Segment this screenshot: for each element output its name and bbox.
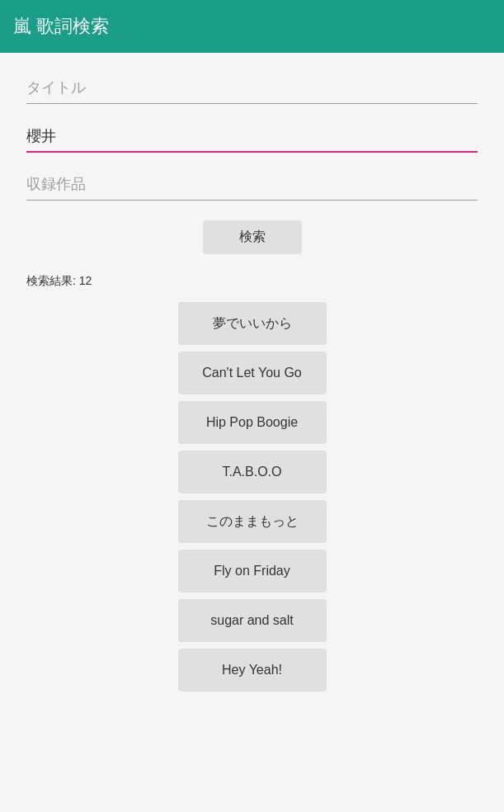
result-item-5[interactable]: Fly on Friday xyxy=(178,550,327,592)
title-input[interactable] xyxy=(26,73,478,104)
result-item-0[interactable]: 夢でいいから xyxy=(178,302,327,345)
search-button-container: 検索 xyxy=(26,220,478,254)
app-title: 嵐 歌詞検索 xyxy=(13,14,109,39)
result-item-7[interactable]: Hey Yeah! xyxy=(178,649,327,692)
title-input-group xyxy=(26,73,478,104)
artist-input-group xyxy=(26,120,478,153)
result-item-1[interactable]: Can't Let You Go xyxy=(178,352,327,394)
result-item-4[interactable]: このままもっと xyxy=(178,500,327,543)
search-button[interactable]: 検索 xyxy=(203,220,302,254)
results-list: 夢でいいから Can't Let You Go Hip Pop Boogie T… xyxy=(26,302,478,692)
result-item-2[interactable]: Hip Pop Boogie xyxy=(178,401,327,444)
album-input-group xyxy=(26,169,478,201)
artist-input[interactable] xyxy=(26,120,478,153)
result-item-6[interactable]: sugar and salt xyxy=(178,599,327,642)
result-item-3[interactable]: T.A.B.O.O xyxy=(178,451,327,493)
result-count: 検索結果: 12 xyxy=(26,274,478,289)
app-header: 嵐 歌詞検索 xyxy=(0,0,504,53)
album-input[interactable] xyxy=(26,169,478,201)
